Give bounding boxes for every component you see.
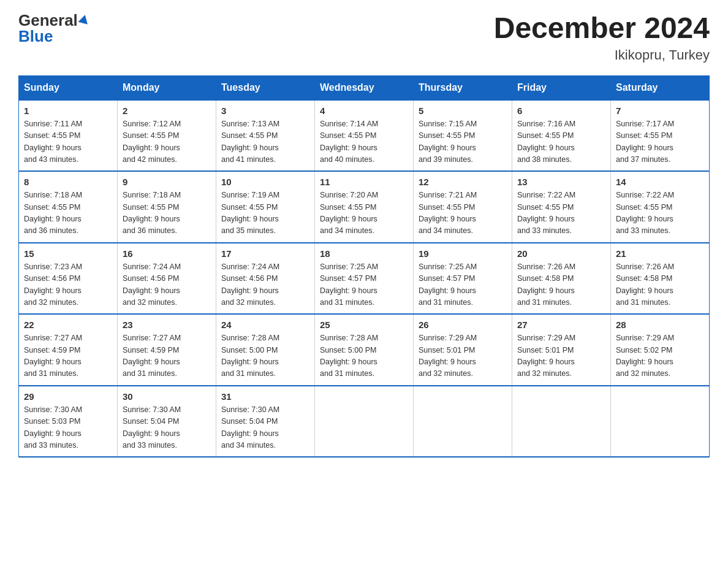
calendar-cell: 8 Sunrise: 7:18 AM Sunset: 4:55 PM Dayli… [19,171,118,243]
calendar-cell [414,386,512,458]
day-info: Sunrise: 7:27 AM Sunset: 4:59 PM Dayligh… [24,332,112,380]
day-number: 1 [24,105,112,116]
calendar-cell: 5 Sunrise: 7:15 AM Sunset: 4:55 PM Dayli… [414,100,512,172]
calendar-cell: 17 Sunrise: 7:24 AM Sunset: 4:56 PM Dayl… [216,243,315,315]
day-number: 29 [24,391,112,402]
col-saturday: Saturday [611,75,710,100]
day-info: Sunrise: 7:20 AM Sunset: 4:55 PM Dayligh… [320,190,408,237]
calendar-cell: 19 Sunrise: 7:25 AM Sunset: 4:57 PM Dayl… [414,243,512,315]
day-info: Sunrise: 7:15 AM Sunset: 4:55 PM Dayligh… [419,118,507,166]
calendar-cell: 28 Sunrise: 7:29 AM Sunset: 5:02 PM Dayl… [611,314,710,386]
calendar-cell: 21 Sunrise: 7:26 AM Sunset: 4:58 PM Dayl… [611,243,710,315]
calendar-week-row: 8 Sunrise: 7:18 AM Sunset: 4:55 PM Dayli… [19,171,710,243]
day-info: Sunrise: 7:29 AM Sunset: 5:01 PM Dayligh… [517,332,605,380]
day-info: Sunrise: 7:25 AM Sunset: 4:57 PM Dayligh… [320,261,408,309]
logo: General Blue [18,12,89,44]
calendar-cell: 30 Sunrise: 7:30 AM Sunset: 5:04 PM Dayl… [118,386,216,458]
calendar-cell: 9 Sunrise: 7:18 AM Sunset: 4:55 PM Dayli… [118,171,216,243]
logo-blue: Blue [18,28,89,44]
day-info: Sunrise: 7:26 AM Sunset: 4:58 PM Dayligh… [616,261,704,309]
day-number: 8 [24,177,112,187]
day-info: Sunrise: 7:22 AM Sunset: 4:55 PM Dayligh… [616,190,704,237]
day-info: Sunrise: 7:28 AM Sunset: 5:00 PM Dayligh… [221,332,309,380]
day-info: Sunrise: 7:18 AM Sunset: 4:55 PM Dayligh… [123,190,211,237]
day-info: Sunrise: 7:29 AM Sunset: 5:01 PM Dayligh… [419,332,507,380]
calendar-week-row: 1 Sunrise: 7:11 AM Sunset: 4:55 PM Dayli… [19,100,710,172]
title-area: December 2024 Ikikopru, Turkey [494,12,710,63]
calendar-cell: 13 Sunrise: 7:22 AM Sunset: 4:55 PM Dayl… [512,171,611,243]
day-number: 20 [517,248,605,259]
day-number: 23 [123,320,211,330]
day-info: Sunrise: 7:28 AM Sunset: 5:00 PM Dayligh… [320,332,408,380]
day-number: 7 [616,105,704,116]
day-number: 27 [517,320,605,330]
day-number: 16 [123,248,211,259]
day-info: Sunrise: 7:19 AM Sunset: 4:55 PM Dayligh… [221,190,309,237]
calendar-cell [315,386,414,458]
calendar-cell [512,386,611,458]
day-number: 6 [517,105,605,116]
day-number: 4 [320,105,408,116]
day-number: 10 [221,177,309,187]
day-number: 5 [419,105,507,116]
day-number: 28 [616,320,704,330]
page-header: General Blue December 2024 Ikikopru, Tur… [18,12,710,63]
day-info: Sunrise: 7:30 AM Sunset: 5:04 PM Dayligh… [221,404,309,452]
day-number: 31 [221,391,309,402]
calendar-cell [611,386,710,458]
col-thursday: Thursday [414,75,512,100]
day-info: Sunrise: 7:24 AM Sunset: 4:56 PM Dayligh… [221,261,309,309]
calendar-cell: 24 Sunrise: 7:28 AM Sunset: 5:00 PM Dayl… [216,314,315,386]
day-info: Sunrise: 7:11 AM Sunset: 4:55 PM Dayligh… [24,118,112,166]
day-number: 22 [24,320,112,330]
day-info: Sunrise: 7:25 AM Sunset: 4:57 PM Dayligh… [419,261,507,309]
day-number: 13 [517,177,605,187]
day-number: 26 [419,320,507,330]
calendar-cell: 31 Sunrise: 7:30 AM Sunset: 5:04 PM Dayl… [216,386,315,458]
calendar-cell: 7 Sunrise: 7:17 AM Sunset: 4:55 PM Dayli… [611,100,710,172]
calendar-cell: 16 Sunrise: 7:24 AM Sunset: 4:56 PM Dayl… [118,243,216,315]
logo-general: General [18,12,89,28]
day-number: 2 [123,105,211,116]
calendar-body: 1 Sunrise: 7:11 AM Sunset: 4:55 PM Dayli… [19,100,710,458]
day-number: 11 [320,177,408,187]
day-number: 3 [221,105,309,116]
calendar-cell: 12 Sunrise: 7:21 AM Sunset: 4:55 PM Dayl… [414,171,512,243]
day-info: Sunrise: 7:30 AM Sunset: 5:04 PM Dayligh… [123,404,211,452]
col-friday: Friday [512,75,611,100]
calendar-cell: 11 Sunrise: 7:20 AM Sunset: 4:55 PM Dayl… [315,171,414,243]
calendar-cell: 15 Sunrise: 7:23 AM Sunset: 4:56 PM Dayl… [19,243,118,315]
day-info: Sunrise: 7:17 AM Sunset: 4:55 PM Dayligh… [616,118,704,166]
day-number: 15 [24,248,112,259]
day-number: 19 [419,248,507,259]
day-info: Sunrise: 7:30 AM Sunset: 5:03 PM Dayligh… [24,404,112,452]
calendar-week-row: 29 Sunrise: 7:30 AM Sunset: 5:03 PM Dayl… [19,386,710,458]
day-info: Sunrise: 7:29 AM Sunset: 5:02 PM Dayligh… [616,332,704,380]
calendar-week-row: 22 Sunrise: 7:27 AM Sunset: 4:59 PM Dayl… [19,314,710,386]
calendar-cell: 3 Sunrise: 7:13 AM Sunset: 4:55 PM Dayli… [216,100,315,172]
calendar-week-row: 15 Sunrise: 7:23 AM Sunset: 4:56 PM Dayl… [19,243,710,315]
calendar-cell: 23 Sunrise: 7:27 AM Sunset: 4:59 PM Dayl… [118,314,216,386]
location: Ikikopru, Turkey [494,47,710,63]
calendar-cell: 14 Sunrise: 7:22 AM Sunset: 4:55 PM Dayl… [611,171,710,243]
day-number: 14 [616,177,704,187]
calendar-cell: 22 Sunrise: 7:27 AM Sunset: 4:59 PM Dayl… [19,314,118,386]
col-wednesday: Wednesday [315,75,414,100]
logo-triangle-icon [78,13,89,25]
col-monday: Monday [118,75,216,100]
calendar-cell: 27 Sunrise: 7:29 AM Sunset: 5:01 PM Dayl… [512,314,611,386]
day-info: Sunrise: 7:18 AM Sunset: 4:55 PM Dayligh… [24,190,112,237]
calendar-cell: 4 Sunrise: 7:14 AM Sunset: 4:55 PM Dayli… [315,100,414,172]
day-info: Sunrise: 7:16 AM Sunset: 4:55 PM Dayligh… [517,118,605,166]
day-number: 25 [320,320,408,330]
day-number: 9 [123,177,211,187]
day-number: 21 [616,248,704,259]
day-number: 18 [320,248,408,259]
calendar-cell: 10 Sunrise: 7:19 AM Sunset: 4:55 PM Dayl… [216,171,315,243]
calendar-cell: 2 Sunrise: 7:12 AM Sunset: 4:55 PM Dayli… [118,100,216,172]
day-info: Sunrise: 7:22 AM Sunset: 4:55 PM Dayligh… [517,190,605,237]
day-info: Sunrise: 7:23 AM Sunset: 4:56 PM Dayligh… [24,261,112,309]
day-number: 30 [123,391,211,402]
calendar-cell: 29 Sunrise: 7:30 AM Sunset: 5:03 PM Dayl… [19,386,118,458]
month-title: December 2024 [494,12,710,45]
